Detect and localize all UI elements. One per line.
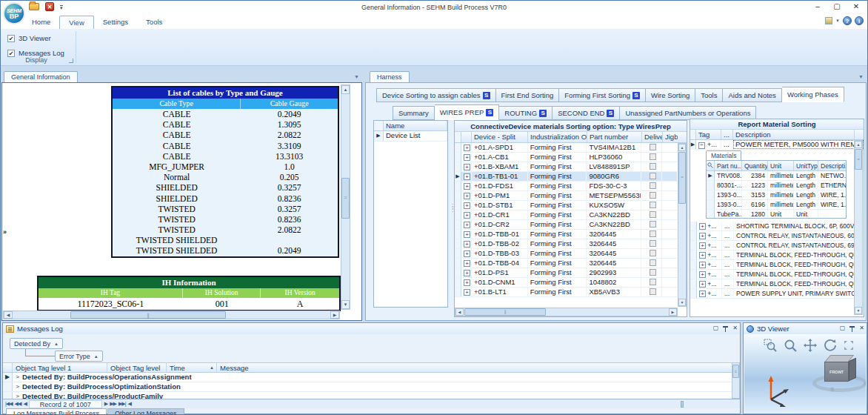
style-dropdown-icon[interactable]: ▼	[835, 19, 840, 23]
expand-row-icon[interactable]: +	[699, 233, 706, 239]
rotate-icon[interactable]	[824, 339, 837, 353]
expand-row-icon[interactable]: +	[464, 289, 470, 296]
device-row[interactable]: ++01.D-PM1Forming FirstMETSEPM5563RD	[455, 191, 677, 201]
scroll-right-icon[interactable]: ▶	[669, 308, 677, 316]
expand-row-icon[interactable]: +	[464, 183, 470, 190]
maximize-button[interactable]: ▢	[827, 1, 847, 13]
scroll-left-icon[interactable]: ◀	[4, 311, 13, 319]
report-row[interactable]: + +......SHORTING TERMINAL BLOCK, 6P, 60…	[690, 222, 854, 231]
delivered-checkbox[interactable]	[650, 202, 656, 208]
delivered-checkbox[interactable]	[650, 192, 656, 199]
prev-record-icon[interactable]: ◀	[23, 401, 26, 407]
col-object-tag-1[interactable]: Object Tag level 1	[13, 363, 107, 372]
scroll-up-icon[interactable]: ▲	[678, 144, 686, 151]
ribbon-tab-view[interactable]: View	[59, 16, 93, 29]
viewer-3d-canvas[interactable]: S E FRONT	[744, 334, 866, 413]
expand-group-icon[interactable]: >	[13, 373, 22, 382]
about-icon[interactable]: i	[855, 16, 864, 25]
material-row[interactable]: ▶TRV008...2384millimeterLengthNETWO...	[707, 171, 846, 181]
tab-device-sorting-to-assign-cables[interactable]: Device Sorting to assign cablesS	[376, 88, 496, 102]
expand-row-icon[interactable]: +	[464, 154, 470, 161]
expand-row-icon[interactable]: +	[464, 164, 470, 170]
material-row[interactable]: 1393-0...3153millimeterLengthWIRE, 1...	[707, 190, 846, 200]
material-row[interactable]: TubePa...1280UnitUnit	[707, 210, 846, 219]
pin-panel-icon[interactable]	[723, 325, 728, 332]
left-horizontal-scrollbar[interactable]: ◀ ∥ ▶	[3, 311, 340, 319]
close-panel-icon[interactable]: ✕	[732, 325, 738, 332]
delivered-checkbox[interactable]	[650, 221, 656, 228]
expand-row-icon[interactable]: +	[464, 145, 470, 151]
tab-routing[interactable]: ROUTINGS	[499, 106, 552, 120]
delivered-checkbox[interactable]	[650, 250, 656, 256]
device-row[interactable]: ++01.D-CR2Forming FirstCA3KN22BD	[455, 220, 677, 230]
delivered-checkbox[interactable]	[650, 269, 656, 276]
first-record-icon[interactable]: |◀◀	[5, 401, 13, 407]
close-button[interactable]: ✕	[847, 1, 866, 13]
tab-general-information[interactable]: General Information	[4, 71, 78, 82]
tab-other-log-messages[interactable]: Other Log Messages	[107, 408, 184, 415]
expand-group-icon[interactable]: >	[13, 392, 22, 399]
cube-front-face[interactable]: FRONT	[824, 362, 849, 382]
tab-working-phases[interactable]: Working Phases	[782, 87, 844, 102]
collapse-expander[interactable]: »	[3, 228, 7, 236]
expand-row-icon[interactable]: +	[699, 262, 706, 268]
expand-row-icon[interactable]: +	[699, 271, 706, 278]
edit-cancel-icon[interactable]: ◀	[128, 401, 131, 407]
scroll-thumb[interactable]: =	[678, 152, 686, 204]
device-row[interactable]: ++01.B-XBAM1Forming FirstLV848891SP	[455, 162, 677, 172]
minimize-button[interactable]: –	[808, 1, 827, 13]
zoom-window-icon[interactable]	[764, 339, 777, 353]
scroll-thumb[interactable]: =	[341, 178, 350, 219]
device-row[interactable]: ▶++01.B-TB1-01Forming First9080GR6	[455, 172, 677, 182]
message-group-row[interactable]: >Detected By: BuildProcess/OptimizationS…	[3, 382, 732, 392]
expand-row-icon[interactable]: +	[699, 242, 706, 249]
col-object-tag-2[interactable]: Object Tag level 2	[107, 363, 167, 372]
left-panel-menu-icon[interactable]: ▼	[354, 74, 359, 79]
device-row[interactable]: ++01.A-SPD1Forming FirstTVS4IMA12B1	[455, 143, 677, 153]
delivered-checkbox[interactable]	[650, 153, 656, 160]
expand-row-icon[interactable]: +	[464, 212, 470, 219]
scroll-down-icon[interactable]: ▼	[855, 307, 862, 314]
maximize-panel-icon[interactable]: ▢	[713, 325, 719, 332]
delivered-checkbox[interactable]	[650, 279, 656, 285]
delivered-checkbox[interactable]	[650, 182, 656, 189]
device-grid-hscrollbar[interactable]: ◀ ∥ ▶	[455, 308, 678, 316]
col-time[interactable]: Time▲	[167, 363, 217, 372]
scroll-thumb-h[interactable]: ∥	[70, 311, 226, 319]
expand-row-icon[interactable]: +	[699, 223, 706, 230]
ribbon-tab-home[interactable]: Home	[23, 16, 59, 29]
expand-row-icon[interactable]: +	[464, 173, 470, 180]
last-record-icon[interactable]: ▶▶|	[118, 401, 126, 407]
expand-group-icon[interactable]: >	[13, 382, 22, 391]
tab-aids-and-notes[interactable]: Aids and Notes	[723, 88, 781, 102]
scroll-down-icon[interactable]: ▼	[341, 300, 350, 309]
device-grid-vscrollbar[interactable]: ▲ = ▼	[678, 143, 687, 307]
expand-row-icon[interactable]: +	[464, 222, 470, 228]
material-row[interactable]: 80301-...1223millimeterLengthETHERN...	[707, 181, 846, 190]
expand-row-icon[interactable]: +	[464, 279, 470, 286]
maximize-panel-icon[interactable]: ▢	[840, 325, 846, 332]
message-group-row[interactable]: ▶>Detected By: BuildProcess/OperationsAs…	[3, 373, 732, 382]
tab-second-end[interactable]: SECOND ENDS	[552, 106, 620, 120]
scroll-thumb-h[interactable]: ∥	[464, 308, 546, 316]
search-icon[interactable]	[707, 161, 715, 170]
collapse-row-icon[interactable]: −	[698, 142, 705, 149]
device-row[interactable]: ++01.D-TBB-03Forming First3206445	[455, 249, 677, 259]
delivered-checkbox[interactable]	[650, 288, 656, 295]
device-row[interactable]: ++01.D-FDS1Forming FirstFDS-30-C-3	[455, 182, 677, 191]
col-message[interactable]: Message	[217, 363, 732, 372]
zoom-icon[interactable]	[784, 339, 797, 353]
material-row[interactable]: 1393-0...6196millimeterLengthWIRE, 1...	[707, 200, 846, 210]
tab-wire-sorting[interactable]: Wire Sorting	[646, 88, 695, 102]
scroll-right-icon[interactable]: ▶	[330, 311, 339, 319]
scroll-left-icon[interactable]: ◀	[455, 308, 464, 316]
report-row[interactable]: + +......CONTROL RELAY, INSTANTANEOUS, 6…	[690, 231, 854, 241]
expand-row-icon[interactable]: +	[464, 250, 470, 257]
dialog-launcher-icon[interactable]	[69, 59, 73, 63]
help-icon[interactable]: ?	[843, 16, 852, 25]
tab-wires-prep[interactable]: WIRES PREPS	[435, 104, 500, 120]
tab-first-end-sorting[interactable]: First End Sorting	[496, 88, 560, 102]
report-row[interactable]: + +......TERMINAL BLOCK, FEED-THROUGH, Q…	[690, 270, 854, 279]
expand-row-icon[interactable]: +	[699, 252, 706, 259]
report-row[interactable]: + +......TERMINAL BLOCK, FEED-THROUGH, Q…	[690, 279, 854, 289]
